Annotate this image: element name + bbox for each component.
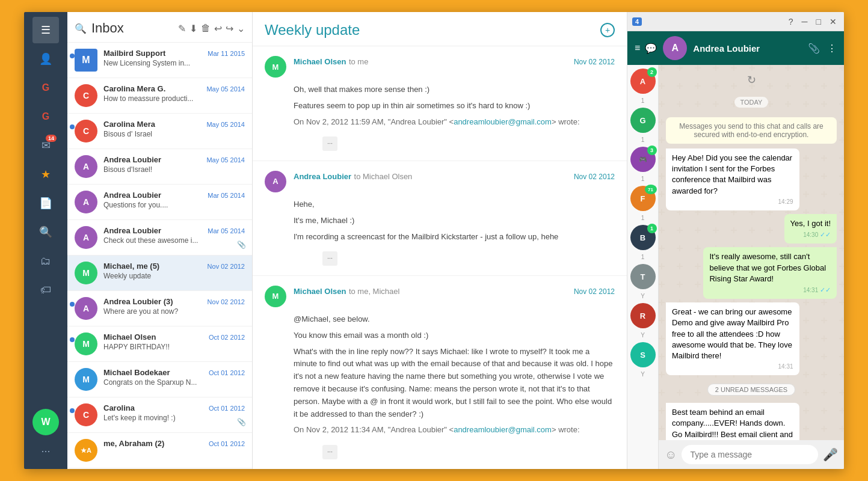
email-date: May 05 2014: [206, 121, 245, 128]
sidebar-icon-google[interactable]: G: [32, 75, 59, 101]
email-date: Oct 02 2012: [209, 334, 245, 341]
avatar: M: [265, 286, 286, 307]
email-item[interactable]: M Michael Bodekaer Oct 01 2012 Congrats …: [67, 362, 252, 397]
msg-sender: Andrea Loubier: [294, 172, 351, 181]
wa-contact-item[interactable]: B 1: [630, 225, 656, 250]
delete-icon[interactable]: 🗑: [201, 23, 211, 34]
email-item[interactable]: A Andrea Loubier Mar 05 2014 Check out t…: [67, 220, 252, 256]
wa-unread-count: Y: [641, 332, 645, 339]
avatar: A: [75, 226, 97, 249]
msg-date: Nov 02 2012: [574, 58, 615, 66]
sidebar-icon-search[interactable]: 🔍: [32, 219, 59, 245]
wa-message-text: Great - we can bring our awesome Demo an…: [672, 307, 793, 361]
email-item[interactable]: A Andrea Loubier May 05 2014 Bisous d'Is…: [67, 149, 252, 185]
avatar: M: [75, 332, 97, 355]
msg-body: Hehe, It's me, Michael :) I'm recording …: [294, 198, 615, 266]
email-content: me, Abraham (2) Oct 01 2012: [103, 439, 245, 449]
wa-contact-badge: 3: [647, 146, 657, 155]
sidebar-icon-email[interactable]: ✉ 14: [32, 132, 59, 159]
wa-titlebar: 4 ? ─ □ ✕: [627, 12, 844, 31]
email-item[interactable]: M Mailbird Support Mar 11 2015 New Licen…: [67, 43, 252, 78]
sidebar-icon-tags[interactable]: 🏷: [32, 277, 59, 303]
msg-to: to me: [349, 57, 369, 66]
email-subject: Let's keep it moving! :): [103, 414, 245, 422]
sidebar-icon-briefcase[interactable]: 🗂: [32, 248, 59, 274]
email-content: Michael Bodekaer Oct 01 2012 Congrats on…: [103, 368, 245, 387]
wa-message-text: Yes, I got it!: [790, 218, 831, 229]
download-icon[interactable]: ⬇: [189, 23, 197, 34]
email-detail-header: Weekly update +: [253, 12, 627, 46]
forward-icon[interactable]: ↪: [226, 23, 233, 34]
whatsapp-icon: W: [41, 417, 50, 427]
wa-back-icon[interactable]: ≡: [635, 43, 640, 54]
wa-contact-item[interactable]: S: [630, 342, 656, 367]
message-block: M Michael Olsen to me Nov 02 2012 Oh, we…: [253, 46, 627, 161]
sidebar-icon-menu[interactable]: ☰: [32, 17, 59, 43]
email-subject: Questions for you....: [103, 201, 245, 209]
wa-message-time: 14:29: [672, 198, 793, 206]
wa-mic-button[interactable]: 🎤: [823, 447, 838, 462]
wa-contact-badge: 1: [647, 224, 657, 233]
reply-icon[interactable]: ↩: [214, 23, 222, 34]
sidebar-icon-google2[interactable]: G: [32, 103, 59, 130]
message-block: A Andrea Loubier to Michael Olsen Nov 02…: [253, 161, 627, 276]
sidebar-icon-contacts[interactable]: 👤: [32, 46, 59, 72]
email-list: M Mailbird Support Mar 11 2015 New Licen…: [67, 43, 252, 469]
email-date: Nov 02 2012: [208, 263, 245, 270]
wa-date-separator: TODAY: [666, 96, 837, 108]
wa-message-input[interactable]: [682, 445, 818, 464]
wa-emoji-button[interactable]: ☺: [665, 448, 677, 462]
search-icon-wrap[interactable]: 🔍: [75, 23, 87, 34]
add-tab-button[interactable]: +: [600, 23, 615, 37]
email-item[interactable]: C Carolina Mera G. May 05 2014 How to me…: [67, 78, 252, 114]
wa-contact-item[interactable]: T: [630, 264, 656, 289]
compose-icon[interactable]: ✎: [178, 23, 186, 34]
email-item[interactable]: C Carolina Oct 01 2012 Let's keep it mov…: [67, 397, 252, 433]
wa-help-btn[interactable]: ?: [786, 16, 796, 28]
wa-close-btn[interactable]: ✕: [827, 16, 839, 28]
wa-attach-icon[interactable]: 📎: [808, 43, 820, 54]
wa-minimize-btn[interactable]: ─: [799, 16, 810, 28]
email-messages: M Michael Olsen to me Nov 02 2012 Oh, we…: [253, 46, 627, 469]
whatsapp-panel: 4 ? ─ □ ✕ ≡ 💬 A Andrea Loubier 📎 ⋮ A 2: [627, 12, 844, 469]
wa-contact-item[interactable]: R: [630, 303, 656, 328]
sidebar-icon-notes[interactable]: 📄: [32, 190, 59, 216]
sidebar-icon-star[interactable]: ★: [32, 161, 59, 188]
msg-header-info: Michael Olsen to me, Michael Nov 02 2012: [294, 286, 615, 296]
sidebar-icon-whatsapp[interactable]: W: [32, 409, 59, 435]
menu-icon: ☰: [41, 23, 51, 37]
email-item[interactable]: M Michael Olsen Oct 02 2012 HAPPY BIRTHD…: [67, 326, 252, 362]
avatar: A: [265, 171, 286, 192]
wa-maximize-btn[interactable]: □: [814, 16, 823, 28]
email-item-selected[interactable]: M Michael, me (5) Nov 02 2012 Weekly upd…: [67, 256, 252, 291]
wa-chat-icon[interactable]: 💬: [645, 43, 657, 54]
wa-contact-badge: 71: [645, 185, 657, 194]
wa-contact-item[interactable]: F 71: [630, 186, 656, 211]
email-item[interactable]: A Andrea Loubier Mar 05 2014 Questions f…: [67, 185, 252, 220]
wa-sidebar-contacts: A 2 1 G 1 🎮 3 1 F 71 1 B 1 1 T Y: [627, 65, 659, 469]
wa-unread-count: 1: [641, 215, 645, 221]
email-item[interactable]: A Andrea Loubier (3) Nov 02 2012 Where a…: [67, 291, 252, 326]
wa-unread-count: 1: [641, 97, 645, 104]
email-sender: Michael, me (5): [103, 262, 159, 271]
avatar: A: [75, 155, 97, 178]
email-date: Oct 01 2012: [209, 405, 245, 412]
email-sender: Carolina Mera: [103, 120, 155, 129]
email-sender: Andrea Loubier: [103, 191, 161, 200]
avatar: C: [75, 84, 97, 107]
wa-contact-item[interactable]: G: [630, 108, 656, 133]
notes-icon: 📄: [39, 197, 52, 210]
email-item[interactable]: C Carolina Mera May 05 2014 Bisous d' Is…: [67, 114, 252, 149]
email-sender: Michael Bodekaer: [103, 368, 170, 377]
email-content: Andrea Loubier May 05 2014 Bisous d'Isra…: [103, 155, 245, 174]
toolbar-icons: ✎ ⬇ 🗑 ↩ ↪ ⌄: [178, 23, 245, 34]
wa-contact-item[interactable]: 🎮 3: [630, 147, 656, 172]
email-sender: Andrea Loubier: [103, 155, 161, 164]
wa-contact-item[interactable]: A 2: [630, 69, 656, 94]
wa-message-text: It's really awesome, still can't believe…: [709, 251, 831, 284]
email-item[interactable]: ★A me, Abraham (2) Oct 01 2012: [67, 433, 252, 468]
sidebar-icon-more[interactable]: ···: [32, 438, 59, 464]
message-header: M Michael Olsen to me Nov 02 2012: [265, 56, 615, 78]
dropdown-icon[interactable]: ⌄: [237, 23, 245, 34]
wa-more-icon[interactable]: ⋮: [827, 43, 837, 54]
